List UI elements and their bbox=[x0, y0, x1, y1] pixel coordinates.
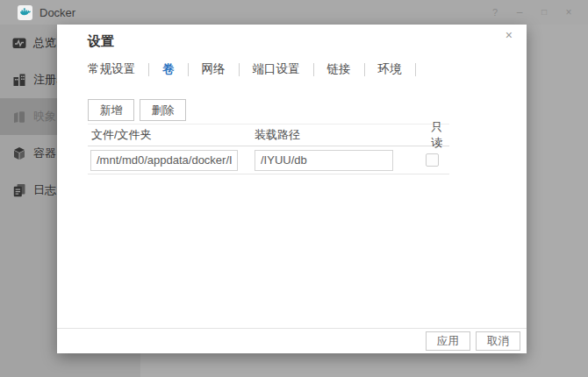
dialog-footer: 应用 取消 bbox=[57, 328, 527, 353]
sidebar-item-label: 总览 bbox=[33, 35, 56, 51]
registry-icon bbox=[12, 73, 26, 87]
table-header-row: 文件/文件夹 装载路径 只读 bbox=[88, 124, 449, 146]
tab-separator bbox=[364, 63, 365, 76]
app-title: Docker bbox=[39, 6, 75, 19]
tab-separator bbox=[188, 63, 189, 76]
settings-dialog: 设置 × 常规设置 卷 网络 端口设置 链接 环境 新增 删除 文件/文件夹 装… bbox=[57, 25, 527, 353]
tab-port-settings[interactable]: 端口设置 bbox=[253, 61, 300, 77]
file-folder-input[interactable] bbox=[90, 150, 238, 171]
tab-general-settings[interactable]: 常规设置 bbox=[88, 61, 135, 77]
logs-icon bbox=[12, 183, 26, 197]
column-header-readonly: 只读 bbox=[421, 119, 449, 151]
overview-icon bbox=[12, 36, 26, 50]
help-icon[interactable]: ? bbox=[483, 0, 507, 25]
dialog-title: 设置 bbox=[88, 33, 114, 50]
table-row bbox=[88, 146, 449, 174]
app-window: Docker ? – □ × 总览 bbox=[0, 0, 588, 377]
tab-links[interactable]: 链接 bbox=[327, 61, 351, 77]
tab-bar: 常规设置 卷 网络 端口设置 链接 环境 bbox=[88, 61, 416, 77]
sidebar-item-label: 映象 bbox=[33, 109, 56, 124]
volumes-toolbar: 新增 删除 bbox=[88, 99, 186, 121]
apply-button[interactable]: 应用 bbox=[426, 331, 470, 351]
sidebar-item-label: 日志 bbox=[33, 182, 56, 198]
dialog-close-icon[interactable]: × bbox=[502, 26, 516, 44]
tab-separator bbox=[148, 63, 149, 76]
cancel-button[interactable]: 取消 bbox=[476, 331, 520, 351]
mount-path-input[interactable] bbox=[255, 150, 393, 171]
window-controls: ? – □ × bbox=[483, 0, 581, 25]
delete-button[interactable]: 删除 bbox=[140, 99, 186, 121]
containers-icon bbox=[12, 146, 26, 160]
close-icon[interactable]: × bbox=[556, 0, 581, 25]
titlebar: Docker ? – □ × bbox=[0, 0, 588, 25]
tab-network[interactable]: 网络 bbox=[202, 61, 226, 77]
sidebar-item-label: 容器 bbox=[33, 146, 56, 161]
docker-whale-icon bbox=[18, 5, 32, 20]
column-header-mount-path: 装载路径 bbox=[255, 127, 421, 143]
tab-environment[interactable]: 环境 bbox=[378, 61, 402, 77]
minimize-icon[interactable]: – bbox=[507, 0, 532, 25]
volumes-table: 文件/文件夹 装载路径 只读 bbox=[88, 124, 449, 174]
tab-separator bbox=[313, 63, 314, 76]
add-button[interactable]: 新增 bbox=[88, 99, 134, 121]
tab-volumes[interactable]: 卷 bbox=[162, 61, 175, 77]
tab-separator bbox=[415, 63, 416, 76]
column-header-file-folder: 文件/文件夹 bbox=[88, 127, 255, 143]
readonly-checkbox[interactable] bbox=[426, 153, 439, 167]
maximize-icon[interactable]: □ bbox=[532, 0, 556, 25]
tab-separator bbox=[239, 63, 240, 76]
images-icon bbox=[12, 110, 26, 124]
